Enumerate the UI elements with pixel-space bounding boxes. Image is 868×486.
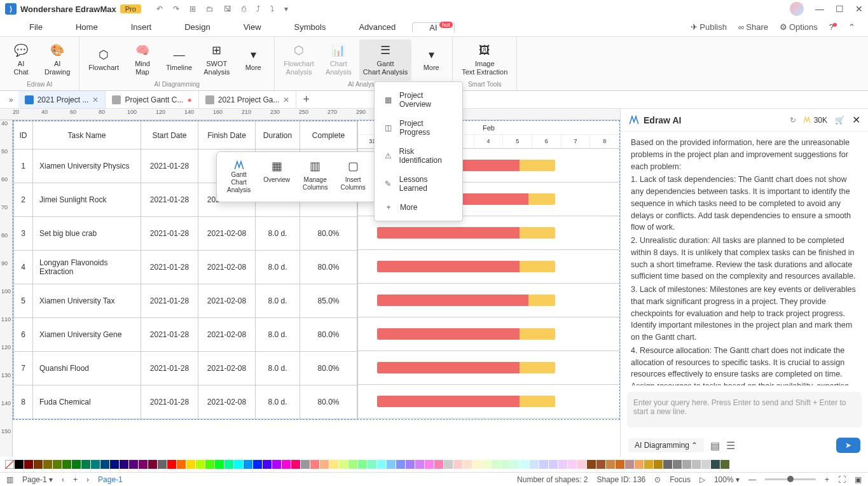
color-swatch[interactable]: [377, 460, 386, 469]
float-insert-columns[interactable]: ▢InsertColumns: [334, 157, 371, 197]
color-swatch[interactable]: [635, 460, 644, 469]
gantt-bar[interactable]: [358, 385, 619, 419]
ai-mode-dropdown[interactable]: AI Diagramming ⌃: [628, 438, 704, 452]
color-swatch[interactable]: [415, 460, 424, 469]
color-swatch[interactable]: [282, 460, 291, 469]
float-gantt-chart-analysis[interactable]: GanttChartAnalysis: [221, 157, 257, 197]
ai-query-input[interactable]: Enter your query here. Press Enter to se…: [627, 392, 862, 427]
ribbon-swot-analysis[interactable]: ⊞SWOTAnalysis: [200, 39, 233, 81]
color-swatch[interactable]: [15, 460, 24, 469]
color-swatch[interactable]: [463, 460, 472, 469]
color-swatch[interactable]: [244, 460, 252, 469]
ribbon-image-text-extraction[interactable]: 🖼ImageText Extraction: [458, 39, 511, 81]
menu-ai[interactable]: AIhot: [412, 22, 454, 32]
color-swatch[interactable]: [263, 460, 272, 469]
close-window-button[interactable]: ✕: [855, 4, 863, 14]
color-swatch[interactable]: [224, 460, 233, 469]
color-swatch[interactable]: [396, 460, 405, 469]
color-swatch[interactable]: [177, 460, 186, 469]
user-avatar[interactable]: [790, 2, 804, 16]
color-swatch[interactable]: [425, 460, 434, 469]
float-manage-columns[interactable]: ▥ManageColumns: [296, 157, 334, 197]
ai-credits[interactable]: 30K: [803, 116, 827, 125]
color-swatch[interactable]: [310, 460, 319, 469]
float-overview[interactable]: ▦Overview: [257, 157, 296, 197]
color-swatch[interactable]: [501, 460, 510, 469]
color-swatch[interactable]: [511, 460, 520, 469]
ribbon-mind-map[interactable]: 🧠MindMap: [127, 39, 158, 81]
zoom-slider[interactable]: [765, 478, 816, 480]
undo-icon[interactable]: ↶: [156, 4, 163, 13]
color-swatch[interactable]: [205, 460, 214, 469]
notifications-icon[interactable]: ?: [829, 22, 837, 32]
menu-view[interactable]: View: [227, 22, 278, 32]
ai-template-icon[interactable]: ▤: [710, 440, 720, 452]
color-swatch[interactable]: [139, 460, 148, 469]
menu-file[interactable]: File: [13, 22, 59, 32]
dropdown-project-overview[interactable]: ▦Project Overview: [375, 86, 462, 114]
color-swatch[interactable]: [701, 460, 710, 469]
maximize-button[interactable]: ☐: [836, 4, 844, 14]
gantt-row[interactable]: 3Set big blue crab2021-01-282021-02-088.…: [14, 217, 357, 251]
dropdown-risk-identification[interactable]: ⚠Risk Identification: [375, 142, 462, 170]
dropdown-lessons-learned[interactable]: ✎Lessons Learned: [375, 170, 462, 198]
ribbon-more[interactable]: ▾More: [415, 39, 447, 81]
open-icon[interactable]: 🗀: [206, 4, 214, 13]
color-swatch[interactable]: [196, 460, 205, 469]
color-swatch[interactable]: [587, 460, 596, 469]
ribbon-ai-chat[interactable]: 💬AIChat: [5, 39, 37, 81]
color-swatch[interactable]: [720, 460, 729, 469]
color-swatch[interactable]: [711, 460, 720, 469]
zoom-out-icon[interactable]: —: [748, 475, 756, 484]
color-swatch[interactable]: [358, 460, 367, 469]
color-swatch[interactable]: [549, 460, 558, 469]
new-icon[interactable]: ⊞: [189, 4, 196, 13]
color-swatch[interactable]: [215, 460, 224, 469]
dropdown-project-progress[interactable]: ◫Project Progress: [375, 114, 462, 142]
color-swatch[interactable]: [644, 460, 653, 469]
color-swatch[interactable]: [339, 460, 348, 469]
ai-send-button[interactable]: ➤: [836, 438, 860, 453]
focus-target-icon[interactable]: ⊙: [654, 475, 661, 484]
doc-tab[interactable]: 2021 Project Ga...✕: [199, 91, 297, 108]
ai-refresh-icon[interactable]: ↻: [790, 116, 796, 125]
gantt-row[interactable]: 8Fuda Chemical2021-01-282021-02-088.0 d.…: [14, 385, 357, 419]
menu-advanced[interactable]: Advanced: [342, 22, 412, 32]
color-swatch[interactable]: [387, 460, 396, 469]
gantt-bar[interactable]: [358, 284, 619, 317]
color-swatch[interactable]: [558, 460, 567, 469]
publish-button[interactable]: ✈ Publish: [691, 22, 727, 32]
focus-label[interactable]: Focus: [670, 475, 691, 484]
color-swatch[interactable]: [406, 460, 415, 469]
color-swatch[interactable]: [434, 460, 443, 469]
doc-tab[interactable]: 2021 Project ...✕: [18, 91, 106, 108]
next-page-icon[interactable]: ›: [86, 475, 89, 484]
color-swatch[interactable]: [234, 460, 243, 469]
export-icon[interactable]: ⤴: [256, 4, 260, 13]
color-swatch[interactable]: [100, 460, 109, 469]
color-swatch[interactable]: [167, 460, 176, 469]
prev-page-icon[interactable]: ‹: [62, 475, 64, 484]
ribbon-more[interactable]: ▾More: [237, 39, 269, 81]
ai-cart-icon[interactable]: 🛒: [835, 116, 844, 125]
color-swatch[interactable]: [663, 460, 672, 469]
color-swatch[interactable]: [320, 460, 329, 469]
ai-history-icon[interactable]: ☰: [726, 440, 735, 452]
color-swatch[interactable]: [158, 460, 167, 469]
color-swatch[interactable]: [62, 460, 71, 469]
color-swatch[interactable]: [72, 460, 81, 469]
color-swatch[interactable]: [539, 460, 548, 469]
color-swatch[interactable]: [186, 460, 195, 469]
color-swatch[interactable]: [482, 460, 491, 469]
color-swatch[interactable]: [616, 460, 624, 469]
ribbon-timeline[interactable]: —Timeline: [162, 39, 196, 81]
fullscreen-icon[interactable]: ▣: [855, 475, 862, 484]
color-swatch[interactable]: [110, 460, 119, 469]
color-swatch[interactable]: [492, 460, 500, 469]
print-icon[interactable]: ⎙: [242, 4, 246, 13]
color-swatch[interactable]: [673, 460, 682, 469]
qat-more-icon[interactable]: ▾: [284, 4, 288, 13]
color-swatch[interactable]: [43, 460, 52, 469]
color-swatch[interactable]: [91, 460, 100, 469]
options-button[interactable]: ⚙ Options: [780, 22, 818, 32]
